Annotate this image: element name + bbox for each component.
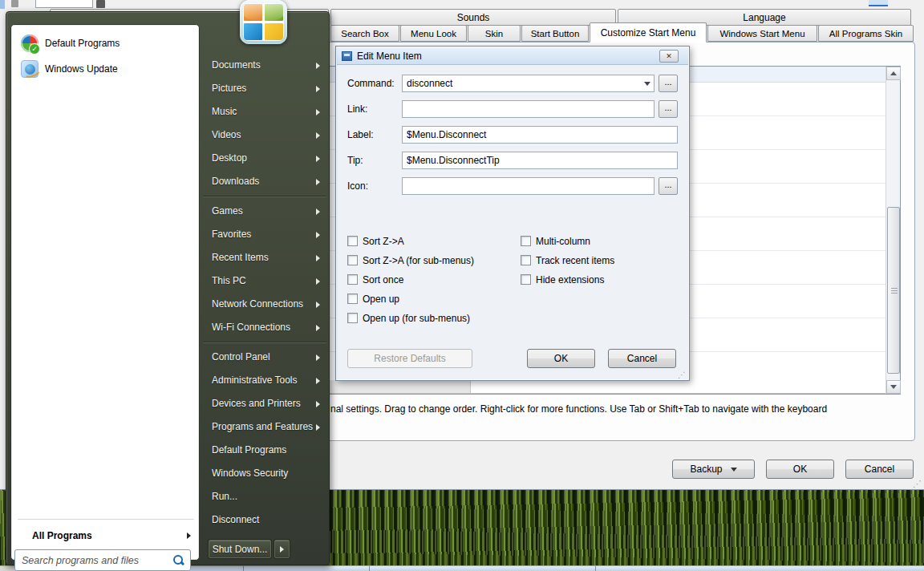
help-link-stub[interactable]	[869, 0, 888, 6]
scroll-up-icon[interactable]	[886, 67, 901, 80]
tab[interactable]: Search Box	[330, 25, 399, 42]
checkbox[interactable]	[521, 255, 531, 265]
dialog-ok-button[interactable]: OK	[527, 349, 595, 368]
checkbox-option[interactable]: Open up (for sub-menus)	[347, 313, 474, 323]
start-menu-item[interactable]: Devices and Printers	[200, 392, 330, 415]
start-menu-item[interactable]: Administrative Tools	[200, 369, 330, 392]
default-programs-icon	[21, 34, 38, 52]
tab[interactable]: Menu Look	[400, 25, 467, 42]
resize-grip-icon[interactable]: ⋰	[913, 479, 922, 489]
dialog-title: Edit Menu Item	[357, 51, 422, 62]
toolbar-icon[interactable]	[11, 0, 18, 7]
browse-button[interactable]: ...	[659, 177, 678, 195]
dropdown-arrow-icon[interactable]	[640, 75, 654, 91]
tab[interactable]: Start Button	[521, 25, 589, 42]
field-input[interactable]	[402, 100, 654, 118]
start-menu-item[interactable]: This PC	[200, 269, 330, 293]
ok-button[interactable]: OK	[766, 460, 834, 479]
checkbox-option[interactable]: Track recent items	[521, 255, 614, 265]
checkbox-option[interactable]: Hide extensions	[521, 274, 614, 285]
checkbox-option[interactable]: Open up	[347, 294, 474, 304]
resize-grip-icon[interactable]: ⋰	[678, 371, 686, 379]
tab[interactable]: Windows Start Menu	[707, 25, 817, 42]
dialog-titlebar[interactable]: Edit Menu Item	[337, 47, 688, 65]
search-icon[interactable]	[173, 555, 184, 565]
start-menu-item[interactable]: Disconnect	[200, 508, 330, 532]
scrollbar-thumb[interactable]	[887, 207, 900, 374]
search-input[interactable]	[20, 554, 173, 567]
tab[interactable]: Customize Start Menu	[590, 22, 707, 43]
tab-row-bottom: Search Box Menu Look Skin Start Button C…	[330, 25, 914, 42]
field-label: Label:	[347, 129, 402, 140]
checkbox[interactable]	[521, 236, 531, 246]
start-menu-item[interactable]: Run...	[200, 485, 330, 508]
submenu-arrow-icon	[316, 109, 320, 115]
toolbar-icon[interactable]	[96, 0, 105, 8]
checkbox[interactable]	[521, 274, 531, 285]
field-input[interactable]: $Menu.Disconnect	[402, 126, 678, 144]
checkbox-option[interactable]: Sort Z->A (for sub-menus)	[347, 255, 474, 265]
start-menu-item[interactable]: Windows Security	[200, 462, 330, 485]
checkbox-option[interactable]: Multi-column	[521, 236, 614, 246]
item-label: Documents	[212, 54, 316, 77]
item-label: Control Panel	[212, 346, 316, 369]
start-menu-item[interactable]: Recent Items	[200, 246, 330, 269]
all-programs-item[interactable]: All Programs	[11, 524, 201, 548]
start-menu-item[interactable]: Videos	[200, 124, 330, 147]
start-menu-item[interactable]: Programs and Features	[200, 415, 330, 439]
checkbox[interactable]	[347, 313, 358, 323]
help-text: nal settings. Drag to change order. Righ…	[330, 403, 916, 415]
start-menu-item[interactable]: Documents	[200, 54, 330, 77]
dialog-cancel-button[interactable]: Cancel	[608, 349, 676, 368]
start-button[interactable]	[240, 0, 287, 44]
field-input[interactable]: disconnect	[402, 75, 654, 92]
submenu-arrow-icon	[316, 255, 320, 261]
list-row-clipped-cell[interactable]	[470, 380, 886, 394]
taskbar-divider	[369, 566, 370, 571]
start-menu-item[interactable]: Control Panel	[200, 346, 330, 369]
checkbox[interactable]	[347, 236, 358, 246]
start-menu-item[interactable]: Games	[200, 200, 330, 223]
start-menu-item[interactable]: Network Connections	[200, 293, 330, 316]
field-input[interactable]: $Menu.DisconnectTip	[402, 152, 678, 169]
checkbox-label: Sort once	[363, 274, 403, 286]
checkbox[interactable]	[347, 294, 358, 304]
browse-button[interactable]: ...	[659, 75, 678, 92]
restore-defaults-button[interactable]: Restore Defaults	[347, 349, 472, 368]
tab[interactable]: Sounds	[330, 9, 616, 26]
cancel-button[interactable]: Cancel	[845, 460, 914, 479]
tab[interactable]: Skin	[468, 25, 521, 42]
start-menu-item-windows-update[interactable]: Windows Update	[16, 57, 194, 81]
field-row: Icon: ...	[347, 177, 678, 195]
checkbox[interactable]	[347, 255, 358, 265]
item-label: Desktop	[212, 147, 316, 170]
checkbox-option[interactable]: Sort once	[347, 274, 474, 285]
close-icon[interactable]: ✕	[659, 50, 679, 63]
checkbox-option[interactable]: Sort Z->A	[347, 236, 474, 246]
browse-button[interactable]: ...	[659, 100, 678, 118]
start-menu-item[interactable]: Default Programs	[200, 439, 330, 462]
start-menu-item-default-programs[interactable]: Default Programs	[16, 31, 194, 55]
submenu-arrow-icon	[316, 325, 320, 331]
tab[interactable]: All Programs Skin	[818, 25, 914, 42]
start-menu-item[interactable]: Pictures	[200, 77, 330, 100]
checkbox[interactable]	[347, 274, 358, 285]
start-menu-item[interactable]: Favorites	[200, 223, 330, 246]
submenu-arrow-icon	[316, 156, 320, 162]
shut-down-button[interactable]: Shut Down...	[209, 540, 271, 558]
start-menu-item[interactable]: Desktop	[200, 147, 330, 170]
toolbar-search-input[interactable]	[35, 0, 93, 8]
scrollbar[interactable]	[886, 67, 900, 394]
start-menu-item[interactable]: Music	[200, 100, 330, 124]
checkbox-label: Hide extensions	[536, 274, 604, 286]
backup-button[interactable]: Backup	[672, 460, 755, 479]
field-input[interactable]	[402, 177, 654, 195]
shut-down-options-button[interactable]	[274, 540, 290, 558]
search-box[interactable]	[14, 549, 191, 571]
start-menu-item[interactable]: Wi-Fi Connections	[200, 316, 330, 339]
separator	[18, 519, 194, 520]
field-row: Label: $Menu.Disconnect	[347, 126, 678, 144]
scroll-down-icon[interactable]	[886, 380, 901, 394]
field-label: Tip:	[347, 155, 402, 166]
start-menu-item[interactable]: Downloads	[200, 170, 330, 193]
